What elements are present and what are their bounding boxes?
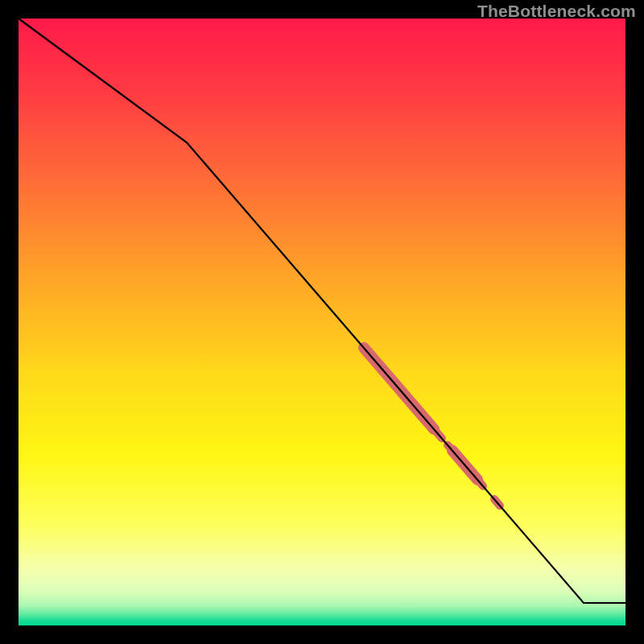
chart-stage: { "watermark": "TheBottleneck.com", "col… bbox=[0, 0, 644, 644]
chart-svg bbox=[0, 0, 644, 644]
plot-background bbox=[19, 19, 625, 625]
watermark-text: TheBottleneck.com bbox=[477, 2, 636, 21]
